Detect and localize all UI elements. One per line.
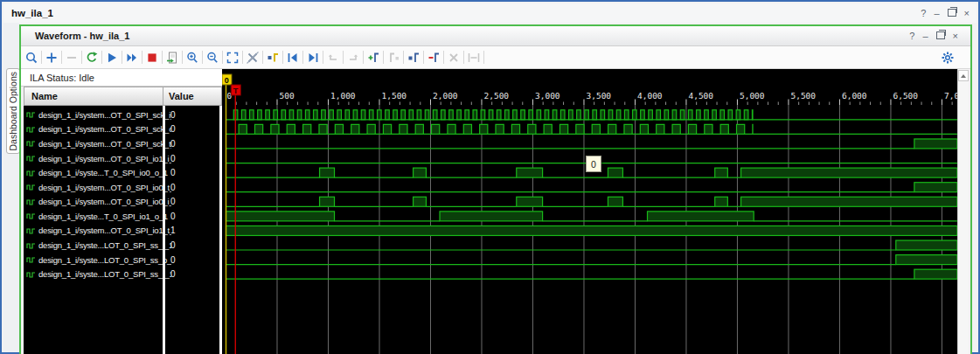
- previous-marker-button[interactable]: [386, 50, 400, 65]
- help-button[interactable]: ?: [909, 31, 914, 41]
- toolbar-separator: [403, 51, 404, 64]
- goto-previous-transition-button[interactable]: [285, 50, 300, 65]
- goto-next-transition-button[interactable]: [305, 50, 320, 65]
- signal-wave-icon: [26, 110, 36, 119]
- waveform-row[interactable]: [226, 226, 958, 235]
- zoom-fit-button[interactable]: [225, 50, 240, 65]
- export-ila-data-icon: [165, 51, 179, 65]
- signal-value: 0: [170, 255, 176, 265]
- toolbar-separator: [122, 51, 122, 64]
- ila-status-bar: ILA Status: Idle: [21, 69, 222, 87]
- undo-zoom-icon: [326, 51, 340, 65]
- restore-button[interactable]: [936, 31, 945, 41]
- signal-value: 0: [170, 154, 176, 163]
- signal-row[interactable]: design_1_i/syste...T_0_SPI_io1_o_10: [24, 209, 222, 224]
- signal-row[interactable]: design_1_i/system...OT_0_SPI_io1_t_1: [24, 224, 222, 239]
- help-button[interactable]: ?: [921, 9, 926, 18]
- stop-trigger-button[interactable]: [144, 50, 159, 65]
- undo-zoom-button[interactable]: [325, 50, 340, 65]
- zoom-out-icon: [205, 51, 219, 65]
- signal-row[interactable]: design_1_i/syste...T_0_SPI_io0_o_10: [24, 165, 222, 180]
- remove-probes-button[interactable]: [64, 50, 79, 65]
- auto-re-trigger-button[interactable]: [84, 50, 99, 65]
- waveform-canvas[interactable]: 05001,0001,5002,0002,5003,0003,5004,0004…: [222, 69, 957, 354]
- fit-to-window-button[interactable]: [466, 50, 481, 65]
- signal-row[interactable]: design_1_i/system...OT_0_SPI_sck_t_0: [24, 136, 222, 151]
- zoom-in-icon: [185, 51, 199, 65]
- signal-row[interactable]: design_1_i/system...OT_0_SPI_io0_i_0: [24, 194, 222, 209]
- signal-name: design_1_i/system...OT_0_SPI_io0_t_: [38, 183, 171, 192]
- signal-row[interactable]: design_1_i/syste...LOT_0_SPI_ss_t_10: [24, 267, 222, 281]
- signal-row[interactable]: design_1_i/system...OT_0_SPI_sck_i_0: [24, 108, 222, 122]
- add-probes-button[interactable]: [44, 50, 59, 65]
- goto-marker-button[interactable]: [406, 50, 420, 65]
- waveform-panel-controls: ?–×: [909, 26, 958, 45]
- signal-row[interactable]: design_1_i/syste...LOT_0_SPI_ss_o_10: [24, 253, 222, 267]
- signal-row[interactable]: design_1_i/system...OT_0_SPI_io1_i_0: [24, 151, 222, 166]
- dashboard-options-tab[interactable]: Dashboard Options: [6, 68, 20, 154]
- waveform-row[interactable]: [226, 124, 958, 134]
- insert-marker-icon: [366, 51, 380, 65]
- waveform-row[interactable]: [226, 110, 958, 120]
- run-trigger-button[interactable]: [104, 50, 119, 65]
- waveform-row[interactable]: [226, 269, 958, 279]
- waveform-svg[interactable]: 05001,0001,5002,0002,5003,0003,5004,0004…: [222, 69, 957, 354]
- axis-tick-label: 500: [279, 91, 294, 101]
- dashboard-options-strip: Dashboard Options: [3, 23, 19, 352]
- delete-all-markers-icon: [447, 51, 461, 65]
- restore-button[interactable]: [948, 9, 956, 18]
- add-marker-at-cursor-button[interactable]: [265, 50, 280, 65]
- waveform-row[interactable]: [226, 183, 958, 192]
- restore-icon: [948, 9, 956, 17]
- waveform-row[interactable]: [226, 240, 958, 250]
- value-tooltip: 0: [586, 156, 601, 172]
- delete-marker-button[interactable]: [426, 50, 441, 65]
- close-button[interactable]: ×: [964, 9, 970, 18]
- zoom-in-button[interactable]: [184, 50, 199, 65]
- signal-row[interactable]: design_1_i/system...OT_0_SPI_io0_t_0: [24, 180, 222, 195]
- toolbar-separator: [242, 51, 243, 64]
- redo-zoom-button[interactable]: [345, 50, 360, 65]
- column-header-name[interactable]: Name: [24, 87, 163, 106]
- toolbar-separator: [363, 51, 364, 64]
- waveform-settings-button[interactable]: [941, 46, 955, 69]
- signal-name: design_1_i/syste...LOT_0_SPI_ss_t_1: [38, 269, 171, 279]
- add-probes-icon: [45, 51, 59, 65]
- signal-row[interactable]: design_1_i/system...OT_0_SPI_sck_o_0: [24, 122, 222, 137]
- signal-name: design_1_i/system...OT_0_SPI_sck_i_: [38, 110, 171, 120]
- delete-all-markers-button[interactable]: [446, 50, 461, 65]
- run-trigger-immediate-button[interactable]: [124, 50, 139, 65]
- waveform-row[interactable]: [226, 255, 958, 265]
- axis-tick-label: 1,500: [381, 91, 407, 101]
- window-titlebar[interactable]: hw_ila_1 ?–×: [3, 3, 977, 23]
- minimize-button[interactable]: –: [922, 31, 928, 41]
- auto-re-trigger-icon: [85, 51, 99, 65]
- zoom-out-button[interactable]: [205, 50, 219, 65]
- waveform-panel-titlebar[interactable]: Waveform - hw_ila_1 ?–×: [21, 26, 970, 46]
- signal-wave-icon: [26, 125, 36, 134]
- toolbar-separator: [323, 51, 323, 64]
- gear-icon: [941, 51, 955, 65]
- close-button[interactable]: ×: [953, 31, 958, 41]
- scroll-up-arrow[interactable]: [958, 70, 969, 81]
- goto-previous-transition-icon: [286, 51, 300, 65]
- column-header-value[interactable]: Value: [163, 87, 222, 106]
- signal-value: 0: [170, 269, 176, 279]
- export-ila-data-button[interactable]: [164, 50, 179, 65]
- signal-row[interactable]: design_1_i/syste...LOT_0_SPI_ss_i_10: [24, 238, 222, 253]
- insert-marker-button[interactable]: [365, 50, 380, 65]
- run-trigger-immediate-icon: [125, 51, 139, 65]
- delete-marker-icon: [427, 51, 441, 65]
- signal-value: 0: [170, 110, 176, 120]
- toggle-capture-button[interactable]: [245, 50, 260, 65]
- vertical-scrollbar[interactable]: [957, 69, 969, 354]
- toolbar-separator: [61, 51, 62, 64]
- signal-value: 0: [170, 212, 176, 221]
- minimize-button[interactable]: –: [934, 9, 939, 18]
- signal-name: design_1_i/syste...T_0_SPI_io1_o_1: [38, 212, 171, 221]
- waveform-row[interactable]: [226, 212, 958, 221]
- find-button[interactable]: [24, 50, 38, 65]
- ila-status-text: ILA Status: Idle: [21, 73, 94, 83]
- waveform-row[interactable]: [226, 197, 958, 206]
- waveform-row[interactable]: [226, 139, 958, 149]
